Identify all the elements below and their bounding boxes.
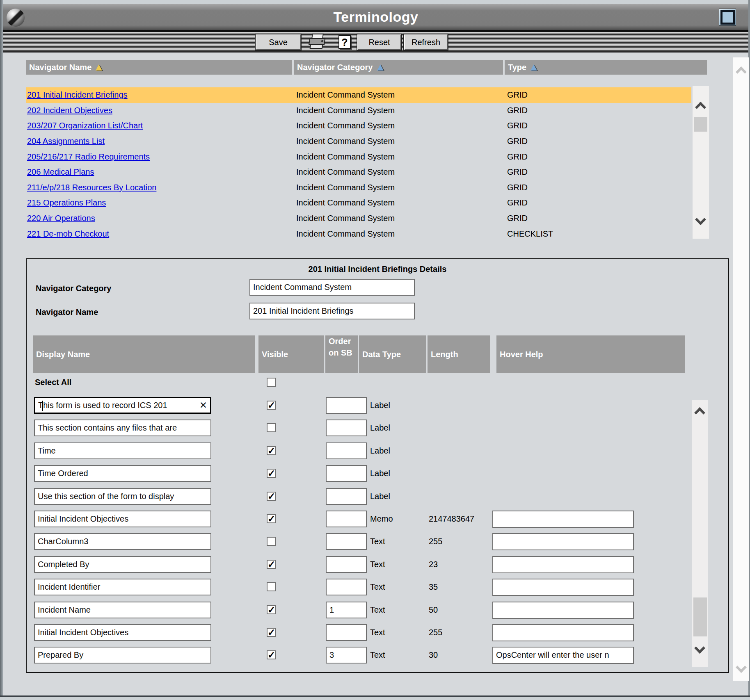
scroll-up-icon[interactable] <box>695 102 706 113</box>
navigator-link[interactable]: 215 Operations Plans <box>27 198 106 207</box>
visible-checkbox[interactable]: ✓ <box>267 446 276 455</box>
table-row: 203/207 Organization List/ChartIncident … <box>26 118 691 134</box>
details-list-scrollbar[interactable] <box>692 400 708 667</box>
navigator-name-cell: 215 Operations Plans <box>26 198 294 207</box>
scroll-down-icon[interactable] <box>695 214 706 225</box>
scroll-down-icon[interactable] <box>694 643 705 654</box>
navigator-link[interactable]: 201 Initial Incident Briefings <box>27 90 128 99</box>
visible-checkbox[interactable]: ✓ <box>267 628 276 637</box>
visible-checkbox[interactable]: ✓ <box>267 469 276 478</box>
display-name-input[interactable]: This section contains any files that are <box>34 420 211 436</box>
column-header-label: Navigator Name <box>29 63 91 72</box>
display-name-input[interactable]: CharColumn3 <box>34 533 211 550</box>
data-type-value: Text <box>370 602 385 618</box>
order-on-sb-input[interactable] <box>326 533 367 550</box>
visible-checkbox[interactable] <box>267 423 276 432</box>
navigator-type-cell: GRID <box>505 152 691 162</box>
display-name-input[interactable]: Time <box>34 442 211 459</box>
order-on-sb-input[interactable] <box>326 579 367 595</box>
select-all-checkbox[interactable] <box>267 378 276 387</box>
scroll-up-icon[interactable] <box>736 66 747 78</box>
data-type-value: Memo <box>370 511 393 527</box>
maximize-button[interactable] <box>719 9 736 26</box>
print-icon[interactable] <box>307 33 328 51</box>
display-name-input[interactable]: Initial Incident Objectives <box>34 511 211 527</box>
order-on-sb-input[interactable] <box>326 397 367 414</box>
order-on-sb-input[interactable] <box>326 465 367 482</box>
navigator-link[interactable]: 205/216/217 Radio Requirements <box>27 152 150 161</box>
navigator-link[interactable]: 220 Air Operations <box>27 214 95 223</box>
visible-checkbox[interactable] <box>267 582 276 591</box>
visible-checkbox[interactable]: ✓ <box>267 492 276 501</box>
order-on-sb-input[interactable] <box>326 488 367 505</box>
navigator-link[interactable]: 202 Incident Objectives <box>27 106 112 115</box>
clear-input-icon[interactable]: ✕ <box>199 398 207 412</box>
order-on-sb-input[interactable] <box>326 556 367 573</box>
column-header-type[interactable]: Type <box>505 60 707 75</box>
grid-row: This section contains any files that are… <box>27 420 727 442</box>
column-header-navigator-name[interactable]: Navigator Name <box>26 60 292 75</box>
scroll-down-icon[interactable] <box>736 662 747 673</box>
display-name-input[interactable]: Completed By <box>34 556 211 573</box>
navigator-link[interactable]: 211/e/p/218 Resources By Location <box>27 183 156 192</box>
data-type-value: Text <box>370 647 385 664</box>
table-row: 221 De-mob CheckoutIncident Command Syst… <box>26 226 691 242</box>
save-button[interactable]: Save <box>256 34 301 50</box>
hover-help-input[interactable]: OpsCenter will enter the user n <box>492 647 634 664</box>
order-on-sb-input[interactable]: 1 <box>326 602 367 618</box>
maximize-icon <box>720 10 735 25</box>
hover-help-input[interactable] <box>492 624 634 641</box>
display-name-input[interactable]: Incident Name <box>34 602 211 618</box>
display-name-input[interactable]: Initial Incident Objectives <box>34 624 211 641</box>
navigator-category-input[interactable]: Incident Command System <box>249 279 415 296</box>
length-value: 50 <box>429 602 438 618</box>
navigator-name-cell: 204 Assignments List <box>26 137 294 146</box>
display-name-input[interactable]: Use this section of the form to display <box>34 488 211 505</box>
hover-help-input[interactable] <box>492 533 634 550</box>
visible-checkbox[interactable]: ✓ <box>267 605 276 614</box>
hover-help-input[interactable] <box>492 511 634 528</box>
scrollbar-thumb[interactable] <box>693 597 707 636</box>
help-icon[interactable]: ? <box>338 35 351 49</box>
table-row: 205/216/217 Radio RequirementsIncident C… <box>26 149 691 164</box>
hover-help-input[interactable] <box>492 556 634 573</box>
order-on-sb-input[interactable] <box>326 624 367 641</box>
refresh-button[interactable]: Refresh <box>404 34 448 50</box>
navigator-link[interactable]: 221 De-mob Checkout <box>27 229 109 238</box>
navigator-link[interactable]: 206 Medical Plans <box>27 167 94 176</box>
visible-checkbox[interactable]: ✓ <box>267 650 276 659</box>
navigator-list-scrollbar[interactable] <box>693 86 709 239</box>
scrollbar-thumb[interactable] <box>694 117 707 132</box>
reset-button[interactable]: Reset <box>357 34 401 50</box>
navigator-link[interactable]: 203/207 Organization List/Chart <box>27 121 143 130</box>
visible-checkbox[interactable]: ✓ <box>267 514 276 523</box>
scroll-up-icon[interactable] <box>694 407 705 418</box>
order-on-sb-input[interactable] <box>326 442 367 459</box>
order-on-sb-input[interactable] <box>326 511 367 527</box>
order-on-sb-input[interactable]: 3 <box>326 647 367 664</box>
column-header-navigator-category[interactable]: Navigator Category <box>294 60 503 75</box>
order-on-sb-input[interactable] <box>326 420 367 436</box>
navigator-table-header: Navigator Name Navigator Category Type <box>26 60 707 75</box>
navigator-category-cell: Incident Command System <box>294 90 505 100</box>
visible-checkbox[interactable] <box>267 537 276 546</box>
sort-ascending-icon <box>377 64 384 71</box>
navigator-name-input[interactable]: 201 Initial Incident Briefings <box>249 303 415 319</box>
visible-checkbox[interactable]: ✓ <box>267 401 276 410</box>
data-type-value: Text <box>370 624 385 641</box>
visible-checkbox[interactable]: ✓ <box>267 560 276 569</box>
page-scrollbar[interactable] <box>733 57 749 681</box>
display-name-input[interactable]: Time Ordered <box>34 465 211 482</box>
grid-row: CharColumn3Text255 <box>27 533 727 556</box>
hover-help-input[interactable] <box>492 602 634 619</box>
navigator-type-cell: GRID <box>505 167 691 177</box>
length-value: 255 <box>429 624 442 641</box>
hover-help-input[interactable] <box>492 579 634 596</box>
navigator-name-cell: 201 Initial Incident Briefings <box>26 90 294 100</box>
navigator-link[interactable]: 204 Assignments List <box>27 137 105 146</box>
display-name-input[interactable]: Incident Identifier <box>34 579 211 595</box>
grid-row: Initial Incident Objectives✓Memo21474836… <box>27 511 727 533</box>
window-frame-top <box>0 0 750 4</box>
display-name-input[interactable]: This form is used to record ICS 201✕ <box>34 397 211 414</box>
display-name-input[interactable]: Prepared By <box>34 647 211 664</box>
